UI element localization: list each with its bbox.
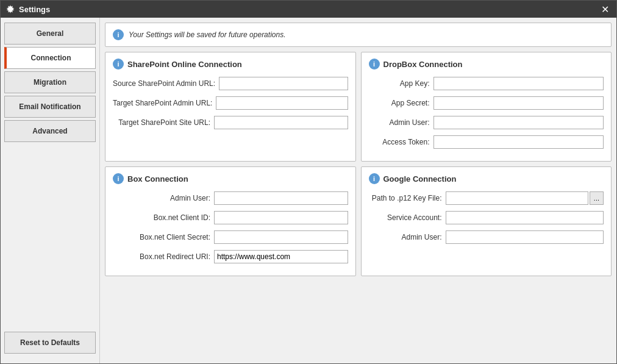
box-info-icon: i [113,173,124,184]
sidebar-item-connection[interactable]: Connection [4,47,96,69]
sharepoint-section: i SharePoint Online Connection Source Sh… [105,52,356,162]
google-p12-input-group: ... [446,191,604,205]
sharepoint-source-row: Source SharePoint Admin URL: [113,77,348,90]
google-admin-row: Admin User: [369,230,604,244]
sharepoint-target-admin-input[interactable] [216,96,348,110]
dropbox-title: DropBox Connection [383,60,463,69]
dropbox-admin-row: Admin User: [369,116,604,129]
dropbox-appkey-label: App Key: [369,79,430,88]
sidebar-item-general[interactable]: General [4,23,96,45]
window-title: Settings [19,5,50,14]
dropbox-section: i DropBox Connection App Key: App Secret… [361,52,612,162]
sections-top-row: i SharePoint Online Connection Source Sh… [105,52,612,162]
box-clientid-input[interactable] [214,211,348,224]
settings-window: Settings ✕ General Connection Migration … [0,0,617,364]
sharepoint-target-admin-row: Target SharePoint Admin URL: [113,96,348,110]
titlebar: Settings ✕ [1,1,616,18]
sharepoint-header: i SharePoint Online Connection [113,59,348,70]
main-content: General Connection Migration Email Notif… [1,18,616,363]
box-clientsecret-row: Box.net Client Secret: [113,230,348,244]
box-redirect-label: Box.net Redirect URI: [113,252,210,261]
info-banner: i Your Settings will be saved for future… [105,23,612,47]
google-info-icon: i [369,173,380,184]
dropbox-token-row: Access Token: [369,135,604,149]
sidebar-item-email-notification[interactable]: Email Notification [4,96,96,118]
sharepoint-source-label: Source SharePoint Admin URL: [113,79,215,88]
google-header: i Google Connection [369,173,604,184]
titlebar-left: Settings [5,4,50,14]
box-clientsecret-input[interactable] [214,230,348,244]
google-section: i Google Connection Path to .p12 Key Fil… [361,166,612,276]
google-service-input[interactable] [446,211,604,224]
dropbox-appsecret-label: App Secret: [369,99,430,107]
dropbox-token-label: Access Token: [369,138,430,146]
sidebar-item-advanced[interactable]: Advanced [4,120,96,142]
close-button[interactable]: ✕ [599,2,612,16]
sharepoint-target-site-label: Target SharePoint Site URL: [113,118,210,127]
box-admin-input[interactable] [214,191,348,205]
box-admin-row: Admin User: [113,191,348,205]
sections-bottom-row: i Box Connection Admin User: Box.net Cli… [105,166,612,276]
sharepoint-target-site-row: Target SharePoint Site URL: [113,116,348,129]
sharepoint-title: SharePoint Online Connection [127,60,242,69]
box-clientid-label: Box.net Client ID: [113,213,210,222]
dropbox-admin-label: Admin User: [369,118,430,127]
settings-panel: i Your Settings will be saved for future… [100,18,616,363]
dropbox-appsecret-input[interactable] [433,96,604,110]
google-p12-label: Path to .p12 Key File: [369,194,442,202]
google-service-label: Service Account: [369,213,442,222]
info-text: Your Settings will be saved for future o… [129,30,285,39]
dropbox-admin-input[interactable] [433,116,604,129]
dropbox-token-input[interactable] [433,135,604,149]
box-clientsecret-label: Box.net Client Secret: [113,233,210,241]
box-admin-label: Admin User: [113,194,210,202]
box-header: i Box Connection [113,173,348,184]
sharepoint-info-icon: i [113,59,124,70]
google-admin-label: Admin User: [369,233,442,241]
sidebar-spacer [4,145,96,329]
sharepoint-source-input[interactable] [219,77,348,90]
sidebar-item-migration[interactable]: Migration [4,71,96,93]
box-section: i Box Connection Admin User: Box.net Cli… [105,166,356,276]
dropbox-header: i DropBox Connection [369,59,604,70]
dropbox-info-icon: i [369,59,380,70]
sharepoint-target-site-input[interactable] [214,116,348,129]
reset-defaults-button[interactable]: Reset to Defaults [4,332,96,354]
box-redirect-input[interactable] [214,250,348,263]
dropbox-appsecret-row: App Secret: [369,96,604,110]
box-clientid-row: Box.net Client ID: [113,211,348,224]
google-admin-input[interactable] [446,230,604,244]
box-redirect-row: Box.net Redirect URI: [113,250,348,263]
dropbox-appkey-input[interactable] [433,77,604,90]
google-title: Google Connection [383,174,457,184]
browse-button[interactable]: ... [590,191,604,205]
info-icon: i [113,29,124,40]
sharepoint-target-admin-label: Target SharePoint Admin URL: [113,99,212,107]
google-service-row: Service Account: [369,211,604,224]
dropbox-appkey-row: App Key: [369,77,604,90]
box-title: Box Connection [127,174,188,184]
google-p12-input[interactable] [446,191,588,205]
google-p12-row: Path to .p12 Key File: ... [369,191,604,205]
sidebar: General Connection Migration Email Notif… [1,18,100,363]
settings-icon [5,4,15,14]
